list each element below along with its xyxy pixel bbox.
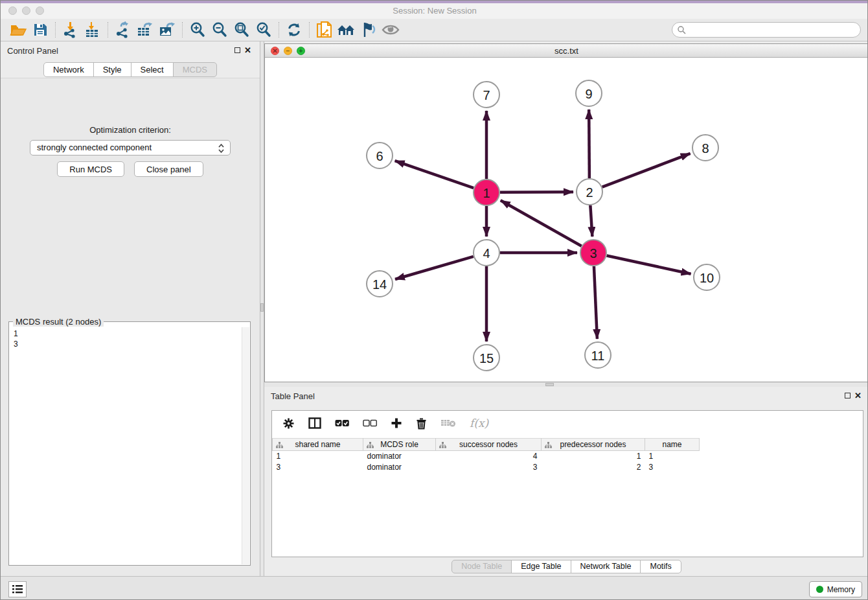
- cell-name[interactable]: 1: [645, 451, 700, 462]
- attribute-tree-icon: [276, 441, 283, 450]
- tab-edge-table[interactable]: Edge Table: [511, 560, 571, 573]
- select-all-icon[interactable]: [335, 419, 349, 427]
- delete-icon[interactable]: [416, 417, 427, 430]
- add-row-icon[interactable]: [391, 417, 402, 429]
- graph-node-label-9: 9: [585, 87, 592, 101]
- close-panel-icon[interactable]: ✕: [854, 391, 862, 400]
- table-row[interactable]: 1 dominator 4 1 1: [273, 451, 700, 462]
- network-canvas[interactable]: 1234678910111415: [265, 58, 868, 382]
- attribute-tree-icon: [439, 441, 446, 450]
- toolbar-separator: [55, 22, 56, 38]
- graph-edge-2-9[interactable]: [589, 110, 589, 178]
- split-columns-icon[interactable]: [308, 417, 321, 429]
- clone-network-icon[interactable]: [314, 20, 336, 40]
- column-header-name[interactable]: name: [645, 439, 700, 451]
- column-header-successor-nodes[interactable]: successor nodes: [436, 439, 542, 451]
- refresh-icon[interactable]: [283, 20, 305, 40]
- toolbar-separator: [108, 22, 108, 38]
- save-session-icon[interactable]: [29, 20, 51, 40]
- memory-button[interactable]: Memory: [809, 581, 862, 597]
- vertical-splitter[interactable]: [260, 41, 264, 576]
- table-header-row: shared name MCDS role successor nodes pr…: [273, 439, 700, 451]
- close-panel-button[interactable]: Close panel: [134, 161, 203, 177]
- task-history-button[interactable]: [8, 581, 27, 597]
- graph-node-label-3: 3: [589, 246, 597, 260]
- tab-mcds[interactable]: MCDS: [173, 62, 217, 77]
- zoom-selected-icon[interactable]: [253, 20, 275, 40]
- cell-predecessor-nodes[interactable]: 2: [542, 462, 645, 473]
- table-box: f(x) shared name MCDS role successor nod…: [271, 410, 863, 557]
- cell-shared-name[interactable]: 1: [273, 451, 363, 462]
- gear-icon[interactable]: [282, 417, 295, 430]
- graph-edge-3-11[interactable]: [594, 266, 597, 339]
- network-window-titlebar[interactable]: ✕ − + scc.txt: [265, 44, 868, 58]
- cell-mcds-role[interactable]: dominator: [363, 451, 436, 462]
- chevron-updown-icon: [218, 143, 225, 158]
- graph-edge-2-3[interactable]: [590, 205, 592, 237]
- cell-shared-name[interactable]: 3: [273, 462, 363, 473]
- tab-select[interactable]: Select: [131, 62, 174, 77]
- home-icon[interactable]: [336, 20, 358, 40]
- zoom-out-icon[interactable]: [209, 20, 231, 40]
- zoom-fit-icon[interactable]: [231, 20, 253, 40]
- search-input[interactable]: [672, 22, 861, 38]
- show-hide-icon[interactable]: [380, 20, 402, 40]
- zoom-in-icon[interactable]: [187, 20, 209, 40]
- column-header-predecessor-nodes[interactable]: predecessor nodes: [542, 439, 645, 451]
- criterion-selected-value: strongly connected component: [37, 143, 152, 152]
- splitter-grip[interactable]: [545, 383, 554, 386]
- graph-edge-2-8[interactable]: [602, 154, 691, 187]
- graph-node-label-14: 14: [372, 277, 387, 292]
- graph-node-label-6: 6: [376, 149, 383, 163]
- mcds-buttons-row: Run MCDS Close panel: [1, 161, 260, 177]
- import-network-icon[interactable]: [60, 20, 82, 40]
- mcds-result-box: MCDS result (2 nodes) 1 3: [8, 321, 251, 566]
- graph-edge-1-2[interactable]: [500, 192, 573, 192]
- export-network-icon[interactable]: [112, 20, 134, 40]
- tab-motifs[interactable]: Motifs: [640, 560, 681, 573]
- close-panel-icon[interactable]: ✕: [244, 45, 251, 55]
- table-row[interactable]: 3 dominator 3 2 3: [273, 462, 700, 473]
- cell-successor-nodes[interactable]: 3: [436, 462, 542, 473]
- graph-edge-1-6[interactable]: [395, 161, 474, 188]
- delete-column-icon[interactable]: [440, 419, 456, 428]
- optimization-criterion-select[interactable]: strongly connected component: [30, 140, 231, 156]
- export-table-icon[interactable]: [134, 20, 156, 40]
- graph-node-label-1: 1: [483, 186, 490, 200]
- optimization-criterion-label: Optimization criterion:: [1, 125, 260, 135]
- cell-successor-nodes[interactable]: 4: [436, 451, 542, 462]
- graph-node-label-4: 4: [483, 246, 490, 260]
- result-scrollbar[interactable]: [242, 327, 249, 564]
- column-header-shared-name[interactable]: shared name: [273, 439, 363, 451]
- run-mcds-button[interactable]: Run MCDS: [57, 161, 124, 177]
- cell-mcds-role[interactable]: dominator: [363, 462, 436, 473]
- column-header-mcds-role[interactable]: MCDS role: [363, 439, 436, 451]
- graph-edge-3-1[interactable]: [501, 200, 582, 246]
- graph-edge-3-10[interactable]: [607, 255, 691, 273]
- mcds-result-item[interactable]: 1: [14, 329, 237, 339]
- annotation-flag-icon[interactable]: [358, 20, 380, 40]
- table-panel: Table Panel ✕: [264, 387, 868, 576]
- tab-node-table[interactable]: Node Table: [451, 560, 512, 573]
- function-builder-icon[interactable]: f(x): [470, 417, 488, 430]
- tab-network[interactable]: Network: [43, 62, 94, 77]
- graph-node-label-11: 11: [591, 349, 605, 363]
- search-field-wrap: [672, 22, 861, 38]
- export-image-icon[interactable]: [156, 20, 178, 40]
- float-panel-icon[interactable]: [845, 393, 851, 398]
- application-window: Session: New Session: [0, 0, 868, 600]
- float-panel-icon[interactable]: [234, 47, 240, 53]
- tab-style[interactable]: Style: [93, 62, 131, 77]
- tab-network-table[interactable]: Network Table: [571, 560, 641, 573]
- cell-name[interactable]: 3: [645, 462, 700, 473]
- horizontal-splitter[interactable]: [264, 382, 868, 387]
- import-table-icon[interactable]: [82, 20, 104, 40]
- graph-edge-4-14[interactable]: [395, 257, 474, 279]
- mcds-result-list[interactable]: 1 3: [10, 327, 241, 564]
- attribute-tree-icon: [545, 441, 552, 450]
- cell-predecessor-nodes[interactable]: 1: [542, 451, 645, 462]
- deselect-all-icon[interactable]: [363, 419, 377, 427]
- open-session-icon[interactable]: [7, 20, 29, 40]
- splitter-grip[interactable]: [260, 303, 264, 312]
- mcds-result-item[interactable]: 3: [14, 339, 237, 349]
